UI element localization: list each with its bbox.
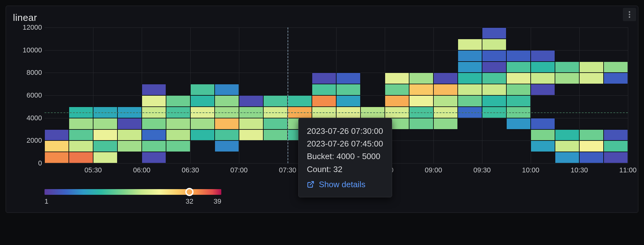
- heatmap-cell[interactable]: [93, 140, 117, 152]
- heatmap-cell[interactable]: [482, 27, 506, 39]
- heatmap-cell[interactable]: [433, 118, 458, 129]
- heatmap-cell[interactable]: [506, 62, 531, 73]
- heatmap-cell[interactable]: [555, 152, 579, 163]
- heatmap-cell[interactable]: [190, 129, 215, 141]
- heatmap-cell[interactable]: [531, 140, 555, 152]
- heatmap-cell[interactable]: [336, 95, 361, 107]
- heatmap-cell[interactable]: [579, 140, 604, 152]
- heatmap-cell[interactable]: [458, 39, 482, 50]
- heatmap-cell[interactable]: [555, 62, 579, 73]
- heatmap-cell[interactable]: [142, 118, 166, 129]
- heatmap-cell[interactable]: [215, 95, 239, 107]
- heatmap-cell[interactable]: [385, 84, 409, 95]
- heatmap-cell[interactable]: [239, 118, 263, 129]
- heatmap-cell[interactable]: [506, 50, 531, 62]
- heatmap-cell[interactable]: [555, 73, 579, 84]
- heatmap-cell[interactable]: [239, 95, 263, 107]
- heatmap-cell[interactable]: [336, 73, 361, 84]
- heatmap-cell[interactable]: [579, 152, 604, 163]
- heatmap-cell[interactable]: [263, 129, 288, 141]
- heatmap-cell[interactable]: [263, 118, 288, 129]
- heatmap-cell[interactable]: [117, 140, 142, 152]
- tooltip-show-details-link[interactable]: Show details: [307, 178, 383, 191]
- heatmap-cell[interactable]: [531, 50, 555, 62]
- heatmap-cell[interactable]: [482, 39, 506, 50]
- heatmap-cell[interactable]: [166, 118, 190, 129]
- heatmap-cell[interactable]: [458, 84, 482, 95]
- heatmap-cell[interactable]: [142, 84, 166, 95]
- heatmap-cell[interactable]: [433, 73, 458, 84]
- heatmap-cell[interactable]: [482, 84, 506, 95]
- heatmap-cell[interactable]: [458, 62, 482, 73]
- heatmap-cell[interactable]: [45, 152, 69, 163]
- heatmap-cell[interactable]: [45, 129, 69, 141]
- heatmap-cell[interactable]: [433, 84, 458, 95]
- heatmap-cell[interactable]: [579, 73, 604, 84]
- heatmap-cell[interactable]: [506, 118, 531, 129]
- chart-area[interactable]: 020004000600080001000012000 05:3006:0006…: [13, 27, 631, 204]
- heatmap-cell[interactable]: [409, 118, 433, 129]
- heatmap-cell[interactable]: [385, 73, 409, 84]
- heatmap-cell[interactable]: [215, 129, 239, 141]
- heatmap-cell[interactable]: [506, 95, 531, 107]
- heatmap-cell[interactable]: [69, 118, 93, 129]
- heatmap-cell[interactable]: [531, 73, 555, 84]
- heatmap-cell[interactable]: [531, 118, 555, 129]
- heatmap-cell[interactable]: [604, 73, 628, 84]
- heatmap-cell[interactable]: [604, 140, 628, 152]
- heatmap-cell[interactable]: [409, 95, 433, 107]
- heatmap-cell[interactable]: [531, 129, 555, 141]
- heatmap-cell[interactable]: [555, 140, 579, 152]
- heatmap-cell[interactable]: [506, 84, 531, 95]
- heatmap-cell[interactable]: [117, 129, 142, 141]
- heatmap-cell[interactable]: [142, 152, 166, 163]
- heatmap-cell[interactable]: [385, 95, 409, 107]
- heatmap-cell[interactable]: [482, 50, 506, 62]
- heatmap-cell[interactable]: [190, 95, 215, 107]
- heatmap-cell[interactable]: [604, 62, 628, 73]
- heatmap-cell[interactable]: [482, 62, 506, 73]
- heatmap-cell[interactable]: [166, 95, 190, 107]
- heatmap-cell[interactable]: [142, 129, 166, 141]
- heatmap-cell[interactable]: [409, 84, 433, 95]
- heatmap-cell[interactable]: [506, 73, 531, 84]
- heatmap-cell[interactable]: [458, 95, 482, 107]
- heatmap-cell[interactable]: [166, 129, 190, 141]
- heatmap-cell[interactable]: [312, 95, 336, 107]
- heatmap-cell[interactable]: [409, 73, 433, 84]
- heatmap-cell[interactable]: [93, 129, 117, 141]
- heatmap-cell[interactable]: [458, 73, 482, 84]
- heatmap-cell[interactable]: [93, 152, 117, 163]
- heatmap-cell[interactable]: [69, 152, 93, 163]
- heatmap-cell[interactable]: [604, 152, 628, 163]
- heatmap-cell[interactable]: [458, 50, 482, 62]
- panel-menu-button[interactable]: [623, 8, 636, 21]
- heatmap-cell[interactable]: [433, 95, 458, 107]
- heatmap-cell[interactable]: [190, 84, 215, 95]
- heatmap-cell[interactable]: [166, 140, 190, 152]
- heatmap-cell[interactable]: [69, 129, 93, 141]
- heatmap-cell[interactable]: [531, 84, 555, 95]
- heatmap-cell[interactable]: [312, 84, 336, 95]
- heatmap-cell[interactable]: [142, 140, 166, 152]
- heatmap-cell[interactable]: [117, 118, 142, 129]
- heatmap-cell[interactable]: [215, 84, 239, 95]
- heatmap-cell[interactable]: [263, 95, 288, 107]
- heatmap-cell[interactable]: [482, 73, 506, 84]
- heatmap-cell[interactable]: [555, 129, 579, 141]
- heatmap-cell[interactable]: [288, 95, 312, 107]
- heatmap-cell[interactable]: [604, 129, 628, 141]
- heatmap-cell[interactable]: [93, 118, 117, 129]
- heatmap-cell[interactable]: [482, 95, 506, 107]
- heatmap-cell[interactable]: [312, 73, 336, 84]
- heatmap-cell[interactable]: [69, 140, 93, 152]
- heatmap-cell[interactable]: [579, 62, 604, 73]
- heatmap-cell[interactable]: [215, 140, 239, 152]
- heatmap-cell[interactable]: [142, 95, 166, 107]
- heatmap-cell[interactable]: [215, 118, 239, 129]
- heatmap-cell[interactable]: [531, 62, 555, 73]
- heatmap-cell[interactable]: [190, 118, 215, 129]
- heatmap-cell[interactable]: [579, 129, 604, 141]
- heatmap-cell[interactable]: [239, 129, 263, 141]
- heatmap-cell[interactable]: [336, 84, 361, 95]
